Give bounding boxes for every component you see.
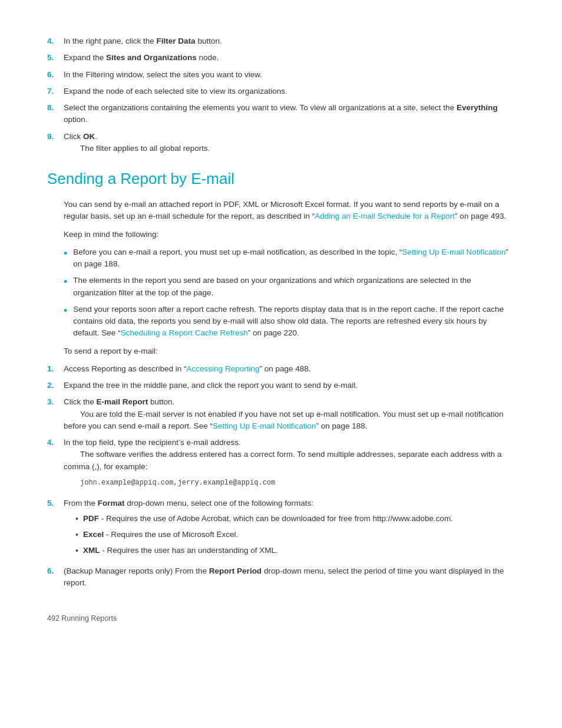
sub-bullet-dot: •: [75, 513, 78, 525]
step-item: 3.Click the E-mail Report button.You are…: [47, 396, 515, 432]
sub-bullet-content: PDF - Requires the use of Adobe Acrobat,…: [83, 513, 453, 525]
step-item: 4.In the top field, type the recipient’s…: [47, 437, 515, 493]
top-step-item: 7.Expand the node of each selected site …: [47, 85, 515, 97]
sub-bullet-dot: •: [75, 545, 78, 557]
step-item: 5.From the Format drop-down menu, select…: [47, 498, 515, 561]
sub-bullet-content: Excel - Requires the use of Microsoft Ex…: [83, 529, 238, 541]
step-content: Expand the tree in the middle pane, and …: [64, 380, 515, 391]
sub-bullet-dot: •: [75, 529, 78, 541]
step-content: Click OK.The filter applies to all globa…: [64, 131, 515, 155]
step-num: 2.: [47, 380, 64, 391]
top-step-item: 4.In the right pane, click the Filter Da…: [47, 35, 515, 47]
bullet-item: •The elements in the report you send are…: [47, 275, 515, 299]
step-content: Select the organizations containing the …: [64, 102, 515, 126]
bullet-dot: •: [64, 246, 67, 261]
top-step-item: 5.Expand the Sites and Organizations nod…: [47, 52, 515, 64]
send-intro: To send a report by e-mail:: [64, 345, 515, 357]
step-content: In the top field, type the recipient’s e…: [64, 437, 515, 493]
step-num: 4.: [47, 437, 64, 449]
sub-bullet-item: • PDF - Requires the use of Adobe Acroba…: [64, 513, 515, 525]
step-note: The software verifies the address entere…: [64, 450, 502, 470]
step-content: Access Reporting as described in “Access…: [64, 363, 515, 375]
step-num: 1.: [47, 363, 64, 375]
step-item: 1.Access Reporting as described in “Acce…: [47, 363, 515, 375]
top-step-item: 6.In the Filtering window, select the si…: [47, 69, 515, 81]
section-intro: You can send by e-mail an attached repor…: [64, 199, 515, 223]
step-num: 5.: [47, 498, 64, 509]
step-content: Expand the Sites and Organizations node.: [64, 52, 515, 64]
bullets-list: •Before you can e-mail a report, you mus…: [47, 246, 515, 340]
step-num: 8.: [47, 102, 64, 114]
steps-list: 1.Access Reporting as described in “Acce…: [47, 363, 515, 589]
top-step-item: 8.Select the organizations containing th…: [47, 102, 515, 126]
step-content: From the Format drop-down menu, select o…: [64, 498, 515, 561]
sub-bullet-content: XML - Requires the user has an understan…: [83, 545, 278, 556]
step-num: 7.: [47, 85, 64, 97]
step-note: The filter applies to all global reports…: [80, 144, 210, 153]
step-num: 3.: [47, 396, 64, 408]
step-note: You are told the E-mail server is not en…: [64, 410, 503, 430]
sub-bullet-item: • XML - Requires the user has an underst…: [64, 545, 515, 557]
step-content: (Backup Manager reports only) From the R…: [64, 565, 515, 589]
bullet-dot: •: [64, 275, 67, 289]
step-content: In the right pane, click the Filter Data…: [64, 35, 515, 47]
step-item: 2.Expand the tree in the middle pane, an…: [47, 380, 515, 391]
bullet-content: Before you can e-mail a report, you must…: [73, 246, 515, 271]
page: 4.In the right pane, click the Filter Da…: [0, 0, 562, 728]
keep-in-mind-label: Keep in mind the following:: [64, 229, 515, 241]
bullet-item: •Send your reports soon after a report c…: [47, 304, 515, 340]
code-example: john.example@appiq.com,jerry.example@app…: [80, 477, 515, 488]
sub-bullets: • PDF - Requires the use of Adobe Acroba…: [64, 513, 515, 557]
step-item: 6.(Backup Manager reports only) From the…: [47, 565, 515, 589]
step-num: 6.: [47, 69, 64, 81]
bullet-content: The elements in the report you send are …: [73, 275, 515, 299]
bullet-dot: •: [64, 304, 67, 318]
page-footer: 492 Running Reports: [47, 613, 515, 624]
step-content: Expand the node of each selected site to…: [64, 85, 515, 97]
top-steps-list: 4.In the right pane, click the Filter Da…: [47, 35, 515, 154]
step-content: Click the E-mail Report button.You are t…: [64, 396, 515, 432]
top-step-item: 9.Click OK.The filter applies to all glo…: [47, 131, 515, 155]
bullet-item: •Before you can e-mail a report, you mus…: [47, 246, 515, 271]
step-num: 6.: [47, 565, 64, 577]
step-num: 5.: [47, 52, 64, 64]
step-num: 9.: [47, 131, 64, 143]
section-heading: Sending a Report by E-mail: [47, 167, 515, 190]
bullet-content: Send your reports soon after a report ca…: [73, 304, 515, 340]
step-num: 4.: [47, 35, 64, 47]
step-content: In the Filtering window, select the site…: [64, 69, 515, 81]
sub-bullet-item: • Excel - Requires the use of Microsoft …: [64, 529, 515, 541]
